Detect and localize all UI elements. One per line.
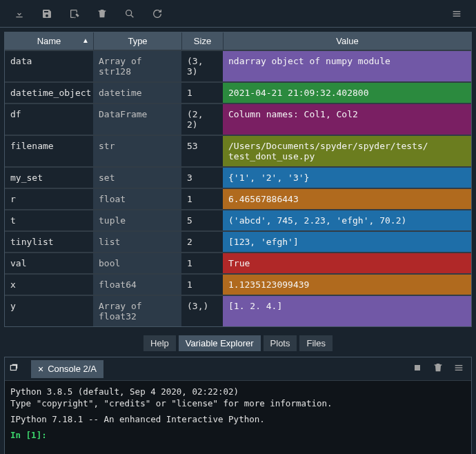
variable-name-cell[interactable]: t (5, 209, 93, 230)
tab-files[interactable]: Files (299, 335, 332, 351)
variable-size-cell[interactable]: 3 (181, 166, 223, 188)
variable-size-cell[interactable]: 1 (181, 273, 223, 295)
import-icon (14, 8, 25, 19)
variable-value-cell[interactable]: ndarray object of numpy module (223, 50, 471, 81)
variable-name-cell[interactable]: y (5, 295, 93, 326)
svg-rect-4 (453, 15, 461, 16)
console-line: IPython 7.18.1 -- An enhanced Interactiv… (10, 414, 466, 426)
variable-type-cell[interactable]: set (93, 166, 181, 188)
variable-name-cell[interactable]: x (5, 273, 93, 295)
column-header-type[interactable]: Type (93, 32, 181, 50)
search-icon (124, 8, 135, 19)
tab-help[interactable]: Help (143, 335, 176, 351)
tabs-icon (9, 363, 19, 373)
variable-type-cell[interactable]: list (93, 230, 181, 252)
variable-name-cell[interactable]: data (5, 50, 93, 81)
search-button[interactable] (116, 0, 143, 28)
console-line: Python 3.8.5 (default, Sep 4 2020, 02:22… (10, 386, 466, 398)
import-data-button[interactable] (6, 0, 33, 28)
svg-rect-9 (455, 370, 463, 371)
variable-type-cell[interactable]: float64 (93, 273, 181, 295)
variable-value-cell[interactable]: 2021-04-21 21:09:32.402800 (223, 81, 471, 103)
pane-tab-bar: Help Variable Explorer Plots Files (0, 331, 476, 354)
close-icon[interactable]: × (38, 364, 43, 375)
variable-name-cell[interactable]: val (5, 252, 93, 273)
console-options-button[interactable] (453, 362, 464, 375)
save-icon (41, 8, 52, 19)
variable-value-cell[interactable]: {'1', '2', '3'} (223, 166, 471, 188)
column-header-size[interactable]: Size (181, 32, 223, 50)
hamburger-icon (453, 362, 464, 373)
variable-size-cell[interactable]: 53 (181, 135, 223, 166)
stop-icon (412, 362, 423, 373)
variable-type-cell[interactable]: DataFrame (93, 103, 181, 135)
browse-tabs-button[interactable] (9, 363, 28, 375)
sort-asc-icon: ▲ (82, 37, 89, 44)
variable-name-cell[interactable]: df (5, 103, 93, 135)
save-data-button[interactable] (33, 0, 61, 28)
variable-name-cell[interactable]: tinylist (5, 230, 93, 252)
svg-rect-5 (10, 366, 16, 371)
trash-icon (433, 362, 444, 373)
refresh-button[interactable] (143, 0, 171, 28)
save-as-button[interactable] (61, 0, 88, 28)
variable-type-cell[interactable]: Array of float32 (93, 295, 181, 326)
console-tab-label: Console 2/A (48, 364, 97, 374)
variable-value-cell[interactable]: [1. 2. 4.] (223, 295, 471, 326)
console-tab-bar: × Console 2/A (5, 357, 471, 381)
variable-size-cell[interactable]: (3, 3) (181, 50, 223, 81)
stop-kernel-button[interactable] (412, 362, 423, 375)
clear-console-button[interactable] (433, 362, 444, 375)
variable-name-cell[interactable]: filename (5, 135, 93, 166)
svg-rect-7 (455, 365, 463, 366)
variable-size-cell[interactable]: 1 (181, 188, 223, 209)
pane-options-button[interactable] (443, 0, 470, 28)
variable-type-cell[interactable]: datetime (93, 81, 181, 103)
column-header-name[interactable]: Name▲ (5, 32, 93, 50)
prompt-in: In [1]: (10, 430, 47, 440)
svg-line-1 (131, 14, 134, 17)
variable-value-cell[interactable]: True (223, 252, 471, 273)
variable-size-cell[interactable]: 1 (181, 81, 223, 103)
svg-rect-2 (453, 11, 461, 12)
variable-value-cell[interactable]: [123, 'efgh'] (223, 230, 471, 252)
svg-rect-8 (455, 367, 463, 368)
ipython-console-panel: × Console 2/A Python 3.8.5 (default, Sep… (4, 357, 472, 454)
variable-value-cell[interactable]: /Users/Documents/spyder/spyder/tests/ te… (223, 135, 471, 166)
variable-type-cell[interactable]: tuple (93, 209, 181, 230)
tab-plots[interactable]: Plots (264, 335, 297, 351)
trash-icon (97, 8, 108, 19)
variable-type-cell[interactable]: bool (93, 252, 181, 273)
console-tab-2a[interactable]: × Console 2/A (31, 360, 103, 378)
svg-point-0 (126, 10, 132, 15)
variable-explorer-table: Name▲ Type Size Value dataArray of str12… (4, 32, 472, 327)
variable-value-cell[interactable]: Column names: Col1, Col2 (223, 103, 471, 135)
variable-type-cell[interactable]: Array of str128 (93, 50, 181, 81)
variable-size-cell[interactable]: (2, 2) (181, 103, 223, 135)
console-line: Type "copyright", "credits" or "license"… (10, 398, 466, 410)
refresh-icon (152, 8, 163, 19)
variable-value-cell[interactable]: ('abcd', 745, 2.23, 'efgh', 70.2) (223, 209, 471, 230)
variable-size-cell[interactable]: 1 (181, 252, 223, 273)
svg-rect-6 (415, 365, 420, 371)
variable-size-cell[interactable]: (3,) (181, 295, 223, 326)
variable-name-cell[interactable]: my_set (5, 166, 93, 188)
delete-all-button[interactable] (88, 0, 116, 28)
variable-value-cell[interactable]: 1.1235123099439 (223, 273, 471, 295)
variable-value-cell[interactable]: 6.46567886443 (223, 188, 471, 209)
console-output[interactable]: Python 3.8.5 (default, Sep 4 2020, 02:22… (5, 381, 471, 454)
save-as-icon (69, 8, 80, 19)
variable-name-cell[interactable]: r (5, 188, 93, 209)
column-header-value[interactable]: Value (223, 32, 471, 50)
variable-type-cell[interactable]: float (93, 188, 181, 209)
variable-size-cell[interactable]: 5 (181, 209, 223, 230)
variable-name-cell[interactable]: datetime_object (5, 81, 93, 103)
tab-variable-explorer[interactable]: Variable Explorer (179, 335, 261, 351)
variable-explorer-toolbar (0, 0, 476, 28)
hamburger-icon (451, 8, 462, 19)
svg-rect-3 (453, 13, 461, 14)
variable-type-cell[interactable]: str (93, 135, 181, 166)
variable-size-cell[interactable]: 2 (181, 230, 223, 252)
